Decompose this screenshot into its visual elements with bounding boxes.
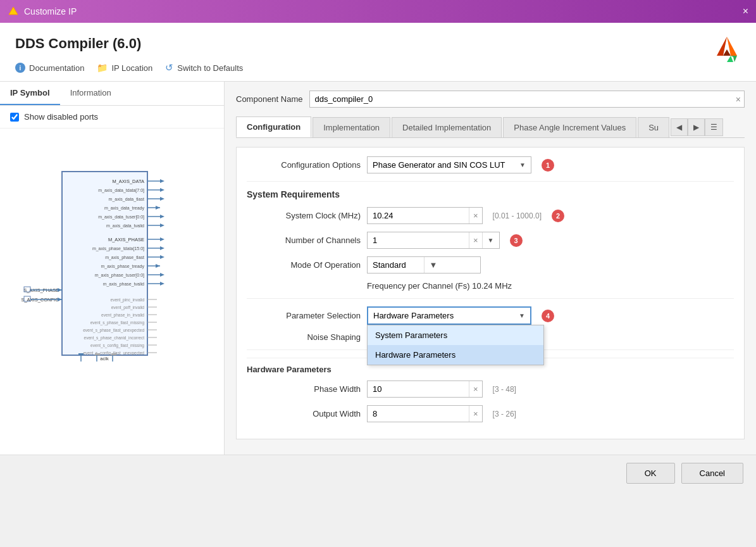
svg-text:M_AXIS_PHASE: M_AXIS_PHASE — [108, 237, 144, 242]
noise-shaping-label: Noise Shaping — [247, 332, 361, 342]
param-selection-row: Parameter Selection Hardware Parameters … — [247, 306, 734, 325]
tab-configuration[interactable]: Configuration — [236, 116, 311, 137]
title-bar: Customize IP × — [0, 0, 756, 23]
window-title: Customize IP — [24, 6, 77, 16]
component-name-input-wrap: × — [309, 91, 745, 108]
system-clock-row: System Clock (MHz) × [0.01 - 1000.0] 2 — [247, 207, 734, 224]
mode-operation-row: Mode Of Operation Standard ▼ — [247, 256, 734, 274]
tab-detailed-implementation[interactable]: Detailed Implementation — [392, 117, 502, 137]
phase-width-clear-icon[interactable]: × — [469, 381, 482, 397]
svg-marker-18 — [160, 197, 164, 201]
svg-marker-38 — [156, 264, 160, 268]
output-width-hint: [3 - 26] — [493, 410, 516, 418]
ip-location-button[interactable]: 📁 IP Location — [97, 63, 152, 73]
svg-marker-22 — [160, 215, 164, 218]
svg-text:event_poff_invalid: event_poff_invalid — [111, 305, 145, 310]
param-option-hardware[interactable]: Hardware Parameters — [368, 345, 543, 365]
config-options-dropdown[interactable]: Phase Generator and SIN COS LUT ▼ — [367, 156, 531, 173]
phase-width-hint: [3 - 48] — [493, 385, 516, 394]
param-selection-dropdown-container: Hardware Parameters ▼ System Parameters … — [367, 306, 531, 325]
svg-marker-34 — [160, 246, 164, 250]
tab-su[interactable]: Su — [638, 117, 669, 137]
tab-ip-symbol[interactable]: IP Symbol — [0, 82, 60, 105]
phase-width-label: Phase Width — [247, 384, 361, 394]
left-panel: IP Symbol Information Show disabled port… — [0, 82, 225, 455]
svg-text:m_axis_data_tready: m_axis_data_tready — [104, 206, 145, 211]
show-disabled-ports-checkbox[interactable] — [10, 113, 19, 122]
tab-menu-button[interactable]: ☰ — [705, 118, 723, 136]
config-options-badge: 1 — [542, 159, 554, 172]
system-clock-badge: 2 — [552, 210, 564, 222]
tab-phase-angle[interactable]: Phase Angle Increment Values — [503, 117, 636, 137]
tab-scroll-left[interactable]: ◀ — [671, 118, 688, 136]
num-channels-clear-icon[interactable]: × — [469, 232, 482, 248]
svg-text:m_axis_data_tlast: m_axis_data_tlast — [109, 197, 144, 202]
ip-symbol-diagram: M_AXIS_DATA m_axis_data_tdata[7:0] m_axi… — [5, 165, 214, 362]
num-channels-arrow-icon[interactable]: ▼ — [482, 232, 499, 248]
component-name-clear-icon[interactable]: × — [736, 94, 741, 104]
svg-text:m_axis_phase_tdata[15:0]: m_axis_phase_tdata[15:0] — [92, 246, 144, 251]
documentation-label: Documentation — [29, 63, 84, 73]
right-panel: Component Name × Configuration Implement… — [225, 82, 756, 455]
svg-rect-76 — [111, 353, 116, 355]
close-button[interactable]: × — [743, 6, 748, 17]
documentation-button[interactable]: i Documentation — [15, 63, 84, 73]
app-header: DDS Compiler (6.0) i Documentation 📁 IP … — [0, 23, 756, 82]
svg-marker-0 — [9, 7, 18, 15]
param-option-system[interactable]: System Parameters — [368, 325, 543, 345]
config-options-label: Configuration Options — [247, 160, 361, 170]
system-clock-label: System Clock (MHz) — [247, 211, 361, 220]
svg-marker-5 — [727, 56, 733, 62]
system-clock-hint: [0.01 - 1000.0] — [493, 211, 542, 220]
frequency-text: Frequency per Channel (Fs) 10.24 MHz — [367, 281, 734, 291]
page-title: DDS Compiler (6.0) — [15, 35, 141, 52]
component-name-input[interactable] — [309, 91, 745, 108]
svg-text:m_axis_data_tdata[7:0]: m_axis_data_tdata[7:0] — [98, 188, 144, 193]
tab-scroll-right[interactable]: ▶ — [688, 118, 705, 136]
system-clock-input[interactable] — [368, 208, 469, 223]
svg-marker-32 — [160, 237, 164, 241]
output-width-input[interactable] — [368, 406, 469, 422]
svg-rect-74 — [78, 353, 84, 355]
num-channels-input[interactable] — [368, 232, 469, 248]
app-icon — [8, 6, 19, 17]
config-tabs-bar: Configuration Implementation Detailed Im… — [236, 116, 745, 138]
svg-text:m_axis_phase_tlast: m_axis_phase_tlast — [105, 255, 144, 260]
cancel-button[interactable]: Cancel — [681, 463, 743, 484]
show-disabled-ports-row: Show disabled ports — [0, 106, 224, 129]
num-channels-spinbox: × ▼ — [367, 232, 500, 249]
svg-text:m_axis_phase_tuser[0:0]: m_axis_phase_tuser[0:0] — [95, 273, 144, 278]
ip-symbol-canvas: M_AXIS_DATA m_axis_data_tdata[7:0] m_axi… — [0, 160, 224, 455]
bottom-bar: OK Cancel — [0, 455, 756, 491]
system-clock-clear-icon[interactable]: × — [469, 208, 482, 223]
num-channels-row: Number of Channels × ▼ 3 — [247, 232, 734, 249]
phase-width-input[interactable] — [368, 381, 469, 397]
folder-icon: 📁 — [97, 63, 108, 73]
ip-location-label: IP Location — [111, 63, 152, 73]
ok-button[interactable]: OK — [626, 463, 675, 484]
param-selection-arrow-icon: ▼ — [519, 312, 525, 319]
svg-text:M_AXIS_DATA: M_AXIS_DATA — [112, 179, 144, 184]
mode-operation-dropdown[interactable]: Standard ▼ — [367, 256, 481, 274]
num-channels-label: Number of Channels — [247, 236, 361, 245]
output-width-clear-icon[interactable]: × — [469, 406, 482, 422]
toolbar: i Documentation 📁 IP Location ↺ Switch t… — [15, 62, 741, 73]
svg-text:event_s_phase_chanid_incorrect: event_s_phase_chanid_incorrect — [84, 336, 145, 341]
output-width-label: Output Width — [247, 409, 361, 418]
svg-text:event_s_config_tlast_missing: event_s_config_tlast_missing — [90, 343, 144, 348]
param-selection-dropdown[interactable]: Hardware Parameters ▼ — [367, 306, 531, 325]
svg-marker-48 — [58, 298, 62, 301]
mode-operation-label: Mode Of Operation — [247, 260, 361, 270]
param-selection-label: Parameter Selection — [247, 311, 361, 320]
refresh-icon: ↺ — [165, 62, 173, 73]
config-options-dropdown-wrap: Phase Generator and SIN COS LUT ▼ — [367, 156, 531, 173]
svg-text:event_phase_in_invalid: event_phase_in_invalid — [101, 313, 144, 318]
param-selection-value: Hardware Parameters — [373, 311, 454, 320]
tab-implementation[interactable]: Implementation — [313, 117, 390, 137]
tab-information[interactable]: Information — [60, 82, 121, 105]
svg-marker-42 — [160, 282, 164, 286]
output-width-row: Output Width × [3 - 26] — [247, 405, 734, 422]
svg-marker-40 — [160, 273, 164, 277]
svg-marker-36 — [160, 255, 164, 259]
switch-defaults-button[interactable]: ↺ Switch to Defaults — [165, 62, 243, 73]
